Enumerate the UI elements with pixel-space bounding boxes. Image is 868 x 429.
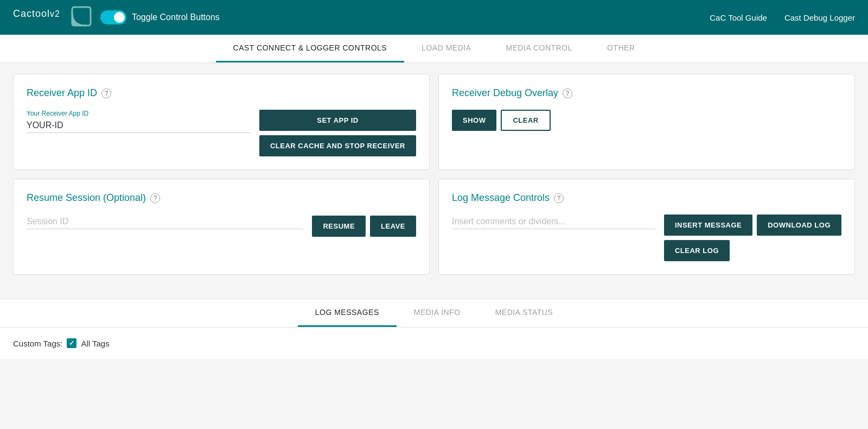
- debug-overlay-help-icon[interactable]: ?: [563, 89, 572, 98]
- receiver-app-id-help-icon[interactable]: ?: [101, 89, 111, 98]
- app-title: Cactoolv2: [13, 8, 60, 26]
- bottom-section: LOG MESSAGES MEDIA INFO MEDIA STATUS Cus…: [0, 299, 868, 359]
- custom-tags-row: Custom Tags: All Tags: [13, 338, 855, 348]
- resume-button[interactable]: RESUME: [312, 216, 366, 237]
- top-nav-tabs: CAST CONNECT & LOGGER CONTROLS LOAD MEDI…: [0, 35, 868, 63]
- toggle-label: Toggle Control Buttons: [132, 12, 220, 22]
- receiver-app-id-buttons: SET APP ID CLEAR CACHE AND STOP RECEIVER: [259, 110, 416, 156]
- tab-load-media[interactable]: LOAD MEDIA: [404, 35, 488, 62]
- debug-overlay-card: Receiver Debug Overlay ? SHOW CLEAR: [438, 74, 855, 170]
- main-content: Receiver App ID ? Your Receiver App ID S…: [0, 63, 868, 294]
- log-controls-card: Log Message Controls ? INSERT MESSAGE DO…: [438, 179, 855, 275]
- bottom-content: Custom Tags: All Tags: [0, 327, 868, 359]
- receiver-app-id-card: Receiver App ID ? Your Receiver App ID S…: [13, 74, 430, 170]
- debug-overlay-buttons: SHOW CLEAR: [452, 110, 841, 131]
- log-controls-title: Log Message Controls ?: [452, 192, 841, 204]
- log-buttons-col: INSERT MESSAGE DOWNLOAD LOG CLEAR LOG: [664, 214, 841, 261]
- log-controls-body: INSERT MESSAGE DOWNLOAD LOG CLEAR LOG: [452, 214, 841, 261]
- cac-tool-guide-link[interactable]: CaC Tool Guide: [710, 13, 767, 22]
- session-input-wrap: [27, 214, 303, 238]
- tab-cast-connect[interactable]: CAST CONNECT & LOGGER CONTROLS: [216, 35, 405, 62]
- clear-cache-button[interactable]: CLEAR CACHE AND STOP RECEIVER: [259, 135, 416, 156]
- receiver-app-id-input-section: Your Receiver App ID: [27, 110, 251, 142]
- resume-session-help-icon[interactable]: ?: [150, 193, 160, 203]
- receiver-app-id-body: Your Receiver App ID SET APP ID CLEAR CA…: [27, 110, 416, 156]
- header-nav: CaC Tool Guide Cast Debug Logger: [710, 13, 855, 22]
- resume-session-title: Resume Session (Optional) ?: [27, 192, 416, 204]
- tab-media-status[interactable]: MEDIA STATUS: [478, 299, 571, 327]
- cards-grid: Receiver App ID ? Your Receiver App ID S…: [13, 74, 855, 275]
- session-id-input[interactable]: [27, 214, 303, 229]
- session-buttons: RESUME LEAVE: [312, 216, 416, 237]
- app-header: Cactoolv2 Toggle Control Buttons CaC Too…: [0, 0, 868, 35]
- tab-other[interactable]: OTHER: [590, 35, 653, 62]
- receiver-app-id-input-label: Your Receiver App ID: [27, 110, 251, 117]
- cast-icon: [71, 6, 92, 29]
- tab-media-control[interactable]: MEDIA CONTROL: [489, 35, 590, 62]
- toggle-section: Toggle Control Buttons: [100, 10, 220, 24]
- resume-session-card: Resume Session (Optional) ? RESUME LEAVE: [13, 179, 430, 275]
- header-left: Cactoolv2 Toggle Control Buttons: [13, 6, 220, 29]
- download-log-button[interactable]: DOWNLOAD LOG: [757, 214, 841, 236]
- receiver-app-id-title: Receiver App ID ?: [27, 87, 416, 99]
- log-buttons-row-bottom: CLEAR LOG: [664, 240, 841, 261]
- tab-media-info[interactable]: MEDIA INFO: [397, 299, 478, 327]
- log-input-wrap: [452, 214, 655, 238]
- all-tags-label: All Tags: [81, 339, 109, 348]
- log-comment-input[interactable]: [452, 214, 655, 229]
- svg-point-1: [72, 23, 75, 26]
- all-tags-checkbox[interactable]: [67, 338, 76, 348]
- clear-log-button[interactable]: CLEAR LOG: [664, 240, 730, 261]
- tab-log-messages[interactable]: LOG MESSAGES: [298, 299, 397, 327]
- custom-tags-label: Custom Tags:: [13, 339, 62, 348]
- debug-overlay-title: Receiver Debug Overlay ?: [452, 87, 841, 99]
- log-controls-help-icon[interactable]: ?: [554, 193, 564, 203]
- set-app-id-button[interactable]: SET APP ID: [259, 110, 416, 131]
- bottom-tabs: LOG MESSAGES MEDIA INFO MEDIA STATUS: [0, 299, 868, 327]
- resume-session-body: RESUME LEAVE: [27, 214, 416, 238]
- log-buttons-row-top: INSERT MESSAGE DOWNLOAD LOG: [664, 214, 841, 236]
- receiver-app-id-input[interactable]: [27, 118, 251, 133]
- insert-message-button[interactable]: INSERT MESSAGE: [664, 214, 752, 236]
- leave-button[interactable]: LEAVE: [370, 216, 416, 237]
- toggle-switch[interactable]: [100, 10, 126, 24]
- clear-overlay-button[interactable]: CLEAR: [501, 110, 550, 131]
- cast-debug-logger-link[interactable]: Cast Debug Logger: [784, 13, 855, 22]
- show-overlay-button[interactable]: SHOW: [452, 110, 496, 131]
